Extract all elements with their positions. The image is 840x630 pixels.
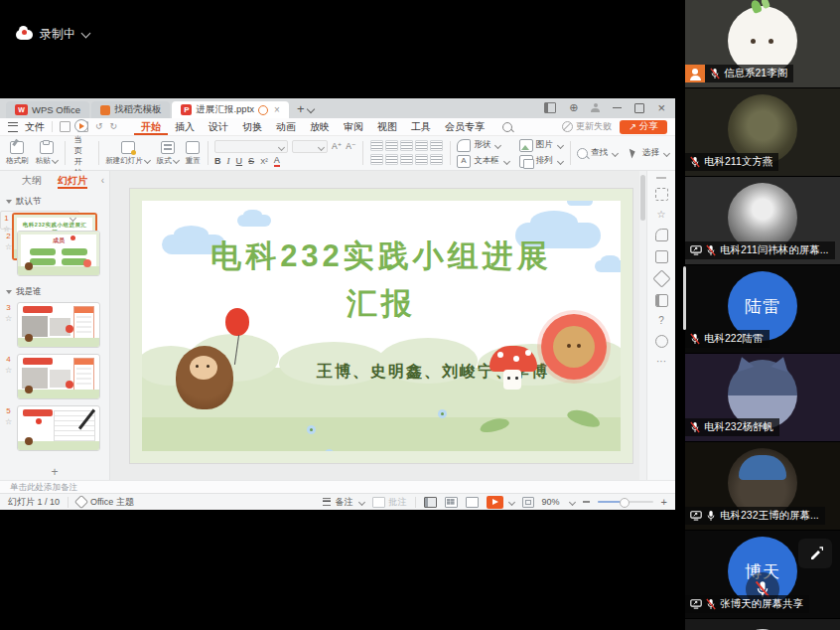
participant-tile[interactable]: 陆雷 电科222陆雷 xyxy=(685,265,840,353)
tab-wps-home[interactable]: W WPS Office xyxy=(6,101,89,118)
new-slide-button[interactable]: 新建幻灯片 xyxy=(105,141,150,166)
participant-tile[interactable]: 电科211文方燕 xyxy=(685,88,840,176)
bullet-list-icon[interactable] xyxy=(370,140,383,151)
numbered-list-icon[interactable] xyxy=(385,140,398,151)
font-color-button[interactable]: A xyxy=(274,156,280,167)
reading-view-icon[interactable] xyxy=(466,497,479,508)
format-painter-button[interactable]: 格式刷 xyxy=(6,141,29,166)
star-icon[interactable]: ☆ xyxy=(3,225,10,234)
menu-tab-3[interactable]: 切换 xyxy=(235,118,269,135)
sidebar-toggle-icon[interactable] xyxy=(544,102,556,113)
slide-thumbnail-1[interactable]: 1☆ 电科232实践小组进展汇报 xyxy=(0,211,79,230)
zoom-slider[interactable] xyxy=(598,501,653,503)
fit-window-icon[interactable] xyxy=(522,497,534,508)
new-tab-button[interactable]: + xyxy=(297,101,305,116)
participant-tile[interactable]: 电科232王博的屏幕... xyxy=(685,442,840,530)
align-right-icon[interactable] xyxy=(400,154,413,165)
share-button[interactable]: ↗ 分享 xyxy=(620,120,667,134)
tab-docer-templates[interactable]: 找稻壳模板 xyxy=(91,101,171,118)
shapes-button[interactable]: 形状 xyxy=(457,138,509,152)
save-icon[interactable] xyxy=(60,121,70,132)
tab-outline[interactable]: 大纲 xyxy=(22,174,42,188)
slide-thumbnail-3[interactable]: 3☆ xyxy=(0,301,109,353)
favorite-star-icon[interactable]: ☆ xyxy=(657,210,666,220)
add-slide-button[interactable]: + xyxy=(0,465,109,479)
participants-scrollbar[interactable] xyxy=(683,266,686,330)
columns-icon[interactable] xyxy=(430,154,443,165)
notes-bar[interactable]: 单击此处添加备注 xyxy=(0,480,675,494)
zoom-in-button[interactable]: + xyxy=(661,497,667,508)
comments-toggle[interactable]: 批注 xyxy=(372,496,407,509)
help-icon[interactable]: ? xyxy=(658,316,664,326)
slideshow-button[interactable] xyxy=(487,496,514,509)
zoom-chevron-icon[interactable] xyxy=(569,498,576,505)
tab-document[interactable]: P 进展汇报.pptx × xyxy=(172,101,288,118)
menu-tab-0[interactable]: 开始 xyxy=(134,118,168,135)
participant-tile[interactable]: 信息系21李阁 xyxy=(685,0,840,87)
menu-tab-8[interactable]: 工具 xyxy=(404,118,438,135)
picture-button[interactable]: 图片 xyxy=(519,138,563,152)
find-button[interactable]: 查找 xyxy=(577,146,618,160)
zoom-out-button[interactable] xyxy=(583,501,590,503)
star-icon[interactable]: ☆ xyxy=(5,242,12,251)
superscript-button[interactable]: X² xyxy=(260,157,268,166)
indent-icon[interactable] xyxy=(415,140,428,151)
settings-globe-icon[interactable]: ⊕ xyxy=(569,102,578,113)
zoom-level[interactable]: 90% xyxy=(542,497,560,507)
normal-view-icon[interactable] xyxy=(424,497,437,508)
image-panel-icon[interactable] xyxy=(655,250,668,263)
cut-tool-icon[interactable] xyxy=(652,269,670,287)
restore-button[interactable] xyxy=(634,103,644,113)
slide-thumbnail-5[interactable]: 5☆ xyxy=(0,404,109,456)
close-tab-icon[interactable]: × xyxy=(274,104,280,115)
select-button[interactable]: 选择 xyxy=(628,146,669,160)
decrease-font-icon[interactable]: A⁻ xyxy=(346,141,355,151)
undo-icon[interactable]: ↺ xyxy=(95,122,103,131)
justify-icon[interactable] xyxy=(415,154,428,165)
menu-tab-2[interactable]: 设计 xyxy=(202,118,235,135)
arrange-button[interactable]: 排列 xyxy=(519,154,563,168)
strikethrough-button[interactable]: S xyxy=(248,156,254,166)
star-icon[interactable]: ☆ xyxy=(5,366,12,375)
canvas-scrollbar[interactable] xyxy=(639,171,646,481)
star-icon[interactable]: ☆ xyxy=(5,417,12,426)
participant-tile[interactable]: 博天 xyxy=(685,531,840,618)
increase-font-icon[interactable]: A⁺ xyxy=(332,141,342,151)
participant-tile[interactable]: 电科211闫祎林的屏幕... xyxy=(685,177,840,264)
align-left-icon[interactable] xyxy=(370,154,383,165)
shapes-panel-icon[interactable] xyxy=(655,229,668,241)
participant-tile[interactable]: 电科232杨舒帆 xyxy=(685,354,840,441)
account-icon[interactable] xyxy=(591,103,600,112)
bold-button[interactable]: B xyxy=(214,156,221,166)
italic-button[interactable]: I xyxy=(227,156,230,166)
menu-tab-5[interactable]: 放映 xyxy=(303,118,337,135)
menu-tab-7[interactable]: 视图 xyxy=(370,118,404,135)
file-menu[interactable]: 文件 xyxy=(25,120,45,134)
rail-handle[interactable] xyxy=(656,177,666,179)
section-default[interactable]: 默认节 xyxy=(0,191,109,211)
recording-indicator[interactable]: 录制中 xyxy=(16,26,89,43)
slide-thumbnail-2[interactable]: 2☆ 成员 xyxy=(0,230,109,281)
annotation-pencil-icon[interactable] xyxy=(798,539,832,568)
slide-thumbnail-4[interactable]: 4☆ xyxy=(0,353,109,404)
font-family-select[interactable] xyxy=(214,140,288,153)
update-status[interactable]: 更新失败 xyxy=(562,120,612,133)
search-icon[interactable] xyxy=(502,122,512,132)
underline-button[interactable]: U xyxy=(236,156,243,166)
font-size-select[interactable] xyxy=(292,140,328,153)
notes-toggle[interactable]: 备注 xyxy=(322,496,364,509)
theme-indicator[interactable]: Office 主题 xyxy=(76,496,134,509)
tab-list-chevron-icon[interactable] xyxy=(307,105,315,113)
section-second[interactable]: 我是谁 xyxy=(0,281,109,301)
reset-button[interactable]: 重置 xyxy=(186,141,201,166)
star-icon[interactable]: ☆ xyxy=(5,314,12,323)
layout-panel-icon[interactable] xyxy=(655,294,668,307)
paste-button[interactable]: 粘贴 xyxy=(36,141,58,166)
menu-tab-9[interactable]: 会员专享 xyxy=(438,118,491,135)
hamburger-icon[interactable] xyxy=(8,122,18,132)
slide-canvas[interactable]: 电科232实践小组进展 汇报 王博、史明鑫、刘峻宁、李博 xyxy=(110,171,646,481)
menu-tab-6[interactable]: 审阅 xyxy=(337,118,370,135)
history-icon[interactable] xyxy=(655,335,668,348)
minimize-button[interactable] xyxy=(613,107,622,109)
slide-editor[interactable]: 电科232实践小组进展 汇报 王博、史明鑫、刘峻宁、李博 xyxy=(130,189,632,463)
